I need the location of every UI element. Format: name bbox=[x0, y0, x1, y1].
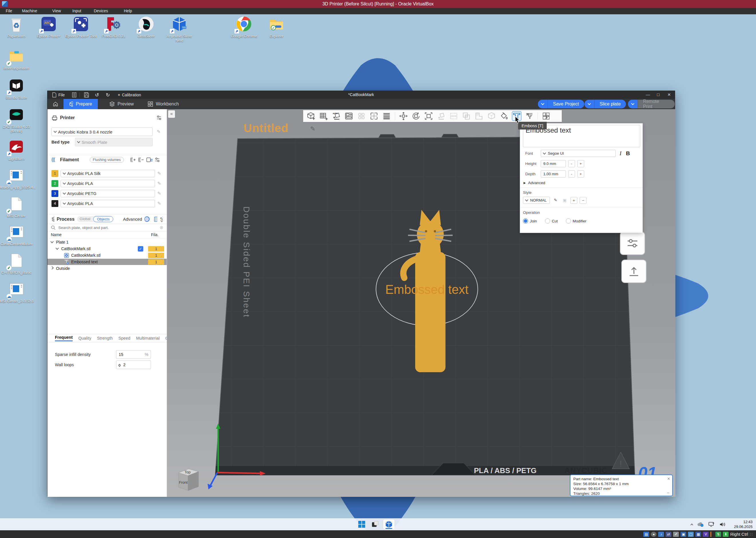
tab-speed[interactable]: Speed bbox=[118, 336, 131, 341]
auto-orient-icon[interactable]: AUTO bbox=[332, 112, 341, 120]
close-button[interactable]: × bbox=[664, 91, 674, 99]
tab-preview[interactable]: Preview bbox=[103, 99, 139, 109]
desktop-icon-freecad[interactable]: ⚙ ↗ FreeCAD 0.21 bbox=[97, 15, 131, 38]
add-plate-icon[interactable] bbox=[319, 112, 328, 120]
advanced-toggle[interactable] bbox=[144, 216, 150, 222]
segment-global[interactable]: Global bbox=[77, 216, 93, 222]
wall-loops-stepper[interactable]: 2 bbox=[116, 360, 151, 369]
hidden-icons-button[interactable] bbox=[690, 523, 693, 526]
save-project-button[interactable]: Save Project bbox=[538, 100, 584, 108]
depth-plus-button[interactable]: + bbox=[577, 170, 584, 178]
desktop-icon-maxon-app[interactable]: ☁ Maxon_App_2025.4... bbox=[0, 166, 33, 189]
remote-print-button[interactable]: Remote Print bbox=[628, 100, 675, 108]
depth-input[interactable]: 1.00 mm bbox=[541, 170, 566, 178]
viewport-3d[interactable]: Double Sided PEI Sheet ! PLA / ABS / PET… bbox=[167, 109, 675, 497]
minimize-button[interactable]: — bbox=[643, 91, 653, 99]
printer-settings-icon[interactable] bbox=[156, 115, 163, 121]
operation-modifier-radio[interactable] bbox=[566, 218, 571, 224]
measure-icon[interactable] bbox=[525, 112, 534, 120]
vbox-menu-machine[interactable]: Machine bbox=[22, 9, 37, 13]
filament-edit-icon[interactable]: ✎ bbox=[156, 170, 162, 177]
desktop-icon-laser-aspiration[interactable]: ✓ laser-aspiration bbox=[0, 47, 33, 70]
orientation-cube[interactable]: Top Front bbox=[179, 469, 198, 491]
collapse-sidebar-button[interactable]: « bbox=[168, 110, 175, 118]
add-model-icon[interactable] bbox=[307, 112, 315, 120]
move-icon[interactable] bbox=[399, 112, 408, 120]
flushing-volumes-button[interactable]: Flushing volumes bbox=[90, 157, 124, 163]
slice-plate-button[interactable]: Slice plate bbox=[584, 100, 626, 108]
fila-chip[interactable]: 1 bbox=[148, 253, 164, 258]
filament-row-3[interactable]: 3 Anycubic PETG ✎ bbox=[51, 190, 163, 197]
rotate-icon[interactable] bbox=[412, 112, 420, 120]
volume-icon[interactable] bbox=[719, 521, 726, 527]
tree-row-object[interactable]: CatBookMark.stl ✓ 1 bbox=[47, 245, 167, 252]
filament-select-4[interactable]: Anycubic PLA bbox=[61, 200, 155, 207]
tab-workbench[interactable]: Workbench bbox=[142, 99, 185, 109]
remove-filament-icon[interactable] bbox=[138, 157, 144, 163]
filament-select-1[interactable]: Anycubic PLA Silk bbox=[61, 170, 155, 177]
slicer-titlebar[interactable]: File ↺ ↻ ⌖ Calibration *CatBookMark — □ bbox=[47, 91, 675, 99]
height-plus-button[interactable]: + bbox=[577, 160, 584, 167]
clear-search-icon[interactable]: ⊗ bbox=[160, 225, 163, 230]
desktop-icon-msi-center[interactable]: ✓ MSI Center bbox=[0, 195, 33, 218]
add-filament-icon[interactable] bbox=[130, 157, 136, 163]
vbox-menu-help[interactable]: Help bbox=[124, 9, 132, 13]
tree-row-part[interactable]: CatBookMark.stl 1 bbox=[47, 252, 167, 258]
assembly-icon[interactable] bbox=[542, 112, 550, 120]
rename-project-icon[interactable]: ✎ bbox=[308, 124, 318, 134]
start-button[interactable] bbox=[356, 519, 367, 529]
height-input[interactable]: 9.0 mm bbox=[541, 160, 566, 167]
taskbar-anycubic-slicer[interactable] bbox=[383, 519, 395, 529]
filament-edit-icon[interactable]: ✎ bbox=[156, 190, 162, 197]
filament-settings-icon[interactable] bbox=[155, 157, 161, 163]
tab-others[interactable]: O bbox=[165, 336, 167, 341]
tab-strength[interactable]: Strength bbox=[97, 336, 113, 341]
parameter-list-icon[interactable] bbox=[154, 216, 157, 222]
desktop-icon-anycubic-slicer-next[interactable]: mm ↗ Anycubic Slicer Next bbox=[162, 15, 196, 43]
task-view-button[interactable] bbox=[369, 519, 381, 529]
vbox-menu-file[interactable]: File bbox=[6, 9, 12, 13]
desktop-icon-bambu-suite[interactable]: ↗ Bambu Suite bbox=[0, 77, 33, 100]
bold-button[interactable]: B bbox=[626, 150, 630, 157]
filament-select-2[interactable]: Anycubic PLA bbox=[61, 180, 155, 187]
filament-row-2[interactable]: 2 Anycubic PLA ✎ bbox=[51, 180, 163, 187]
process-scope-segment[interactable]: Global Objects bbox=[77, 216, 114, 222]
info-minimize-icon[interactable]: − bbox=[667, 490, 669, 495]
maximize-button[interactable]: □ bbox=[653, 91, 663, 99]
vbox-menu-devices[interactable]: Devices bbox=[94, 9, 108, 13]
scale-icon[interactable] bbox=[424, 112, 433, 120]
printer-edit-icon[interactable]: ✎ bbox=[156, 129, 162, 135]
paint-icon[interactable] bbox=[500, 112, 509, 120]
desktop-icon-msi-center-2[interactable]: ☁ MSI Center_2.0.52.0 bbox=[0, 280, 35, 303]
italic-button[interactable]: I bbox=[620, 150, 621, 157]
slice-plate-dropdown[interactable] bbox=[584, 100, 594, 108]
vbox-resize-grip[interactable]: ∷ bbox=[750, 532, 753, 537]
search-input[interactable] bbox=[58, 225, 157, 230]
operation-join-radio[interactable] bbox=[523, 218, 528, 224]
fila-chip[interactable]: 1 bbox=[148, 259, 164, 265]
tab-quality[interactable]: Quality bbox=[78, 336, 91, 341]
filament-edit-icon[interactable]: ✎ bbox=[156, 200, 162, 207]
desktop-icon-lightburn[interactable]: ↗ LightBurn bbox=[0, 138, 33, 161]
sync-filament-icon[interactable]: ⟳ bbox=[146, 157, 152, 163]
info-close-icon[interactable]: × bbox=[667, 476, 670, 481]
tree-row-embossed-text[interactable]: Embossed text 1 bbox=[47, 259, 167, 265]
desktop-icon-explorer[interactable]: ✓ Explorer bbox=[260, 15, 294, 38]
save-project-dropdown[interactable] bbox=[538, 100, 548, 108]
vbox-menu-view[interactable]: View bbox=[52, 9, 61, 13]
object-search[interactable]: ⊗ bbox=[47, 224, 167, 231]
depth-minus-button[interactable]: - bbox=[568, 170, 575, 178]
desktop-icon-daz-studio[interactable]: ✓ DAZ Studio 4.23 (64-bit) bbox=[0, 106, 33, 133]
desktop-icon-google-chrome[interactable]: ↗ Google Chrome bbox=[227, 15, 261, 38]
tree-row-outside[interactable]: Outside bbox=[47, 265, 167, 272]
filament-row-4[interactable]: 4 Anycubic PLA ✎ bbox=[51, 200, 163, 207]
desktop-icon-epson-photo[interactable]: ABC ↗ Epson Photo+ bbox=[32, 15, 66, 38]
advanced-expander[interactable]: ▶ Advanced bbox=[523, 181, 545, 185]
tab-multimaterial[interactable]: Multimaterial bbox=[136, 336, 160, 341]
vbox-menu-input[interactable]: Input bbox=[72, 9, 81, 13]
layers-list-icon[interactable] bbox=[382, 112, 391, 120]
operation-cut-radio[interactable] bbox=[545, 218, 550, 224]
fila-chip[interactable]: 1 bbox=[148, 246, 164, 251]
filament-row-1[interactable]: 1 Anycubic PLA Silk ✎ bbox=[51, 170, 163, 177]
segment-objects[interactable]: Objects bbox=[93, 216, 113, 222]
